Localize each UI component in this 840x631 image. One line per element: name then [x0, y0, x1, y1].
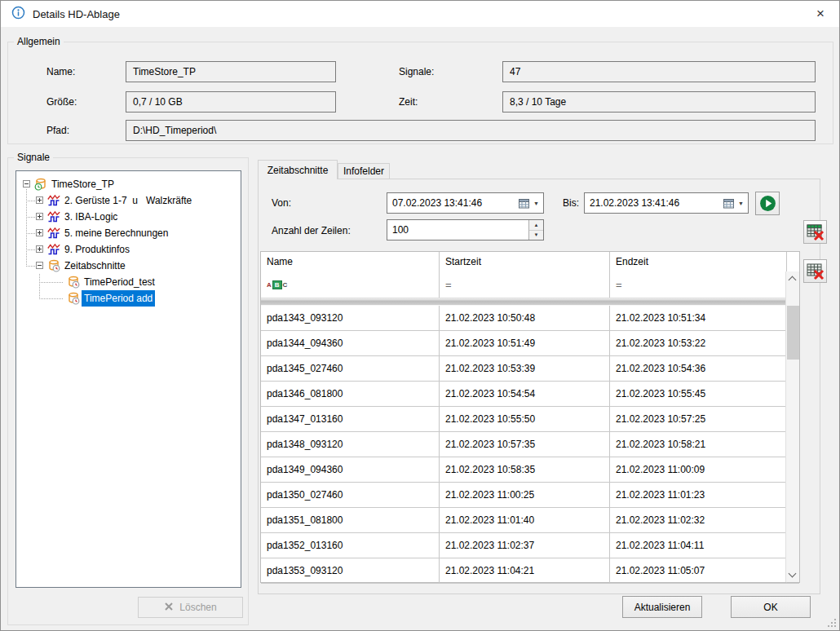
tab-infofelder[interactable]: Infofelder — [338, 163, 390, 179]
table-cell: 21.02.2023 10:57:25 — [610, 407, 787, 431]
table-cell: 21.02.2023 10:51:34 — [610, 306, 787, 330]
spinner-up-icon[interactable]: ▲ — [529, 220, 543, 231]
table-cell: 21.02.2023 11:02:37 — [440, 533, 610, 558]
table-cell: 21.02.2023 10:58:35 — [440, 457, 610, 482]
execute-query-button[interactable] — [755, 192, 780, 215]
scrollbar-thumb[interactable] — [787, 306, 799, 360]
tree-node-label[interactable]: 9. Produktinfos — [62, 241, 132, 258]
calendar-icon — [723, 198, 734, 209]
von-datetime-value: 07.02.2023 13:41:46 — [392, 197, 519, 209]
signal-group-icon — [47, 210, 60, 223]
table-cell: 21.02.2023 11:01:23 — [610, 483, 787, 507]
tab-zeitabschnitte[interactable]: Zeitabschnitte — [258, 160, 338, 179]
bis-calendar-dropdown[interactable]: ▼ — [723, 198, 748, 209]
loeschen-button[interactable]: Löschen — [138, 597, 243, 618]
chevron-down-icon: ▼ — [533, 201, 539, 206]
ok-label: OK — [763, 602, 777, 613]
table-cell: pda1348_093120 — [261, 432, 440, 457]
tree-expander-plus-icon[interactable] — [36, 245, 43, 253]
spinner-down-icon[interactable]: ▼ — [529, 231, 543, 240]
scroll-down-icon[interactable] — [789, 570, 797, 578]
table-body: pda1343_09312021.02.2023 10:50:4821.02.2… — [261, 306, 799, 584]
table-header-row: NameStartzeitEndzeit — [261, 252, 799, 271]
tree-expander-minus-icon[interactable] — [23, 180, 30, 188]
delete-x-icon — [164, 602, 174, 614]
column-header-startzeit[interactable]: Startzeit — [440, 252, 610, 271]
tree-node-label[interactable]: TimePeriod add — [82, 290, 155, 307]
name-label: Name: — [46, 66, 75, 77]
bis-datetime-value: 21.02.2023 13:41:46 — [590, 197, 723, 209]
aktualisieren-button[interactable]: Aktualisieren — [622, 596, 702, 618]
anzahl-zeilen-value: 100 — [392, 224, 543, 236]
groesse-field: 0,7 / 10 GB — [126, 91, 336, 113]
table-cell: 21.02.2023 11:05:07 — [610, 558, 787, 583]
tree-node-label[interactable]: TimeStore_TP — [49, 176, 117, 192]
column-header-endzeit[interactable]: Endzeit — [610, 252, 787, 271]
tree-connector — [26, 201, 35, 201]
table-row[interactable]: pda1343_09312021.02.2023 10:50:4821.02.2… — [261, 306, 799, 331]
table-row[interactable]: pda1349_09436021.02.2023 10:58:3521.02.2… — [261, 457, 799, 483]
bis-datetime-input[interactable]: 21.02.2023 13:41:46 ▼ — [584, 192, 749, 214]
table-cell: pda1353_093120 — [261, 558, 440, 583]
tree-node-label[interactable]: TimePeriod_test — [82, 274, 157, 290]
aktualisieren-label: Aktualisieren — [634, 602, 691, 613]
close-icon[interactable]: × — [807, 1, 834, 27]
signale-field: 47 — [502, 61, 816, 82]
table-row[interactable]: pda1344_09436021.02.2023 10:51:4921.02.2… — [261, 331, 799, 356]
signale-group-label: Signale — [14, 152, 53, 163]
signal-tree: TimeStore_TP2. Gerüste 1-7 u Walzkräfte3… — [15, 170, 241, 588]
tree-connector — [39, 282, 64, 283]
filter-cell[interactable]: ABC — [261, 271, 440, 298]
chevron-down-icon: ▼ — [738, 201, 744, 206]
table-cell: pda1349_094360 — [261, 457, 440, 482]
window-title: Details HD-Ablage — [33, 8, 120, 20]
delete-selected-rows-button[interactable] — [803, 220, 827, 244]
calendar-icon — [519, 198, 529, 209]
table-row[interactable]: pda1345_02746021.02.2023 10:53:3921.02.2… — [261, 356, 799, 382]
loeschen-label: Löschen — [179, 602, 216, 613]
table-row[interactable]: pda1347_01316021.02.2023 10:55:5021.02.2… — [261, 407, 799, 432]
table-row[interactable]: pda1353_09312021.02.2023 11:04:2121.02.2… — [261, 558, 799, 584]
resize-grip[interactable] — [827, 618, 837, 628]
table-row[interactable]: pda1351_08180021.02.2023 11:01:4021.02.2… — [261, 508, 799, 533]
table-row[interactable]: pda1352_01316021.02.2023 11:02:3721.02.2… — [261, 533, 799, 558]
table-cell: pda1345_027460 — [261, 356, 440, 381]
von-datetime-input[interactable]: 07.02.2023 13:41:46 ▼ — [387, 192, 544, 214]
info-icon — [11, 6, 25, 22]
anzahl-zeilen-spinner[interactable]: ▲ ▼ — [528, 220, 543, 240]
tree-expander-plus-icon[interactable] — [36, 229, 43, 236]
tree-expander-minus-icon[interactable] — [36, 262, 43, 269]
groesse-label: Größe: — [46, 96, 77, 108]
tree-expander-plus-icon[interactable] — [36, 196, 43, 204]
zeit-label: Zeit: — [399, 96, 418, 108]
tree-node-label[interactable]: Zeitabschnitte — [62, 258, 128, 274]
tree-node-label[interactable]: 3. IBA-Logic — [62, 209, 120, 225]
tree-node-label[interactable]: 5. meine Berechnungen — [62, 225, 170, 241]
play-icon — [759, 195, 776, 212]
column-header-name[interactable]: Name — [261, 252, 440, 271]
tree-expander-plus-icon[interactable] — [36, 213, 43, 220]
vertical-scrollbar[interactable] — [785, 271, 799, 582]
table-cell: 21.02.2023 11:01:40 — [440, 508, 610, 532]
tree-node-label[interactable]: 2. Gerüste 1-7 u Walzkräfte — [62, 192, 194, 209]
titlebar: Details HD-Ablage × — [1, 1, 839, 27]
table-row[interactable]: pda1346_08180021.02.2023 10:54:5421.02.2… — [261, 382, 799, 407]
von-calendar-dropdown[interactable]: ▼ — [519, 198, 543, 209]
signale-label: Signale: — [399, 66, 434, 77]
timeperiod-clock-red-icon — [47, 259, 60, 272]
scroll-up-icon[interactable] — [789, 276, 797, 285]
table-separator-band — [261, 298, 787, 306]
filter-cell[interactable]: = — [440, 271, 610, 298]
ok-button[interactable]: OK — [731, 596, 811, 618]
table-cell: 21.02.2023 10:53:22 — [610, 331, 787, 355]
table-row[interactable]: pda1348_09312021.02.2023 10:57:3521.02.2… — [261, 432, 799, 457]
table-delete-icon — [806, 262, 825, 281]
delete-all-rows-button[interactable] — [803, 259, 827, 283]
filter-cell[interactable]: = — [610, 271, 787, 298]
table-row[interactable]: pda1350_02746021.02.2023 11:00:2521.02.2… — [261, 483, 799, 508]
table-cell: 21.02.2023 10:54:54 — [440, 382, 610, 406]
anzahl-zeilen-input[interactable]: 100 ▲ ▼ — [387, 219, 544, 240]
table-cell: pda1344_094360 — [261, 331, 440, 355]
table-cell: 21.02.2023 11:02:32 — [610, 508, 787, 532]
signal-group-icon — [47, 243, 60, 256]
